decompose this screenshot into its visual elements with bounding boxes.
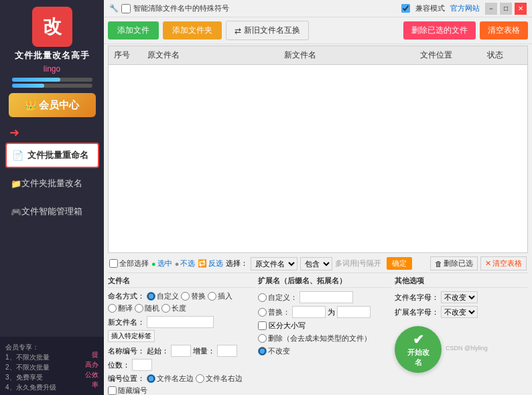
new-filename-label: 新文件名： — [108, 317, 145, 327]
naming-insert[interactable]: 插入 — [208, 291, 232, 301]
sidebar-item-batch-rename[interactable]: 📄 文件批量重命名 — [5, 143, 99, 168]
start-btn-wrap: ✔ 开始改名 CSDN @hlyling — [395, 323, 528, 373]
delete-done-sm-button[interactable]: 🗑 删除已选 — [430, 256, 478, 270]
logo-text: 改 — [43, 14, 62, 40]
topbar-right: 兼容模式 官方网站 － □ ✕ — [401, 3, 527, 15]
file-table-area[interactable]: 序号 原文件名 新文件名 文件位置 状态 — [108, 46, 528, 253]
naming-custom[interactable]: 自定义 — [147, 291, 179, 301]
insert-tag-button[interactable]: 插入特定标签 — [108, 330, 155, 342]
ext-delete-radio[interactable]: 删除（会去成未知类型的文件） — [258, 333, 371, 343]
br-1: 高办 — [85, 360, 98, 370]
delete-done-sm-label: 删除已选 — [444, 258, 473, 268]
select-all-checkbox[interactable] — [109, 259, 118, 268]
col-orig-name: 原文件名 — [145, 48, 281, 62]
ext-replace-from-input[interactable] — [292, 306, 326, 318]
select-text-label: 选择： — [226, 258, 248, 268]
naming-random[interactable]: 随机 — [135, 303, 159, 313]
arrow-icon: ➜ — [9, 125, 19, 140]
panel-filename: 文件名 命名方式： 自定义 替换 插入 翻译 随机 长度 新文件名： 插入特定标… — [108, 276, 255, 394]
select-btn[interactable]: ● 选中 — [151, 258, 172, 268]
case-label: 区分大小写 — [269, 321, 306, 331]
ext-nochange-row: 不改变 — [258, 346, 392, 356]
sidebar-item-smart-manager[interactable]: 🎮 文件智能管理箱 — [5, 199, 99, 224]
ext-char-label: 扩展名字母： — [395, 307, 439, 317]
step-label: 增量： — [193, 346, 215, 356]
clear-sm-button[interactable]: ✕ 清空表格 — [480, 256, 527, 270]
pos-label: 编号位置： — [108, 374, 145, 384]
ext-char-row: 扩展名字母： 不改变 — [395, 306, 528, 318]
start-btn-label: 开始改名 — [407, 347, 429, 368]
pos-row1: 编号位置： 文件名左边 文件名右边 随藏编号 — [108, 374, 255, 395]
pos-random[interactable]: 随藏编号 — [108, 386, 147, 395]
member-center-button[interactable]: 👑 会员中心 — [9, 93, 96, 117]
col-new-name: 新文件名 — [281, 48, 418, 62]
sidebar-item-label-smart-manager: 文件智能管理箱 — [21, 206, 82, 218]
progress-bar-2 — [12, 84, 92, 88]
swap-label: 新旧文件名互换 — [244, 25, 300, 36]
filename-char-label: 文件名字母： — [395, 293, 439, 303]
batch-rename-icon: 📄 — [12, 150, 23, 161]
col-index: 序号 — [111, 48, 145, 62]
delete-done-sm-icon: 🗑 — [435, 260, 442, 268]
naming-replace[interactable]: 替换 — [181, 291, 206, 301]
ext-delete-row: 删除（会去成未知类型的文件） — [258, 333, 392, 343]
deselect-label: 不选 — [180, 258, 195, 268]
col-status: 状态 — [484, 48, 525, 62]
serial-step-input[interactable]: 1 — [217, 345, 237, 357]
clear-sm-icon: ✕ — [485, 259, 491, 268]
filename-char-select[interactable]: 不改变 — [441, 291, 478, 303]
minimize-button[interactable]: － — [485, 3, 497, 15]
window-controls: － □ ✕ — [485, 3, 527, 15]
topbar: 🔧 智能清除文件名中的特殊符号 兼容模式 官方网站 － □ ✕ — [104, 0, 532, 17]
add-file-button[interactable]: 添加文件 — [108, 21, 159, 40]
delete-done-button[interactable]: 删除已选的文件 — [403, 21, 476, 40]
progress-bar-1 — [12, 78, 92, 82]
case-checkbox[interactable] — [258, 321, 267, 330]
new-filename-input[interactable] — [147, 316, 214, 328]
compat-checkbox[interactable] — [401, 4, 410, 13]
compat-label: 兼容模式 — [415, 3, 445, 13]
add-folder-button[interactable]: 添加文件夹 — [163, 21, 222, 40]
pos-left[interactable]: 文件名左边 — [147, 374, 194, 384]
select-label: 选中 — [157, 258, 172, 268]
invert-btn[interactable]: 🔁 反选 — [198, 258, 223, 268]
naming-translate[interactable]: 翻译 — [108, 303, 133, 313]
member-icon: 👑 — [25, 100, 36, 110]
deselect-btn[interactable]: ● 不选 — [175, 258, 196, 268]
sidebar-item-label-batch-rename: 文件批量重命名 — [27, 149, 88, 161]
new-filename-row: 新文件名： 插入特定标签 — [108, 316, 255, 342]
ext-replace-row: 普换： 为 — [258, 306, 392, 318]
smart-clean-checkbox[interactable] — [121, 4, 131, 13]
close-button[interactable]: ✕ — [515, 3, 527, 15]
serial-digits-input[interactable]: 1 — [132, 359, 152, 371]
panel-other-title: 其他选项 — [395, 276, 528, 288]
br-3: 率 — [92, 380, 98, 390]
select-all-checkbox-wrap: 全部选择 — [109, 258, 149, 268]
ext-custom-input[interactable] — [300, 291, 353, 303]
naming-length[interactable]: 长度 — [161, 303, 186, 313]
ext-char-select[interactable]: 不改变 — [441, 306, 478, 318]
ext-nochange-radio[interactable]: 不改变 — [258, 346, 290, 356]
select-contain-type[interactable]: 包含 — [300, 257, 332, 270]
serial-start-input[interactable]: 1 — [171, 345, 191, 357]
restore-button[interactable]: □ — [500, 3, 512, 15]
panel-ext-title: 扩展名（后缀名、拓展名） — [258, 276, 392, 288]
start-rename-button[interactable]: ✔ 开始改名 — [395, 326, 442, 373]
serial-row: 名称编号： 起始： 1 增量： 1 位数： 1 — [108, 345, 255, 371]
sidebar-item-label-batch-folder: 文件夹批量改名 — [21, 177, 82, 189]
pos-right[interactable]: 文件名右边 — [196, 374, 243, 384]
confirm-button[interactable]: 确定 — [387, 257, 412, 270]
official-link[interactable]: 官方网站 — [450, 3, 480, 13]
swap-button[interactable]: ⇄ 新旧文件名互换 — [226, 21, 309, 40]
clear-button[interactable]: 清空表格 — [480, 21, 528, 40]
ext-replace-to-input[interactable] — [337, 306, 371, 318]
sidebar: 改 文件批量改名高手 lingo 👑 会员中心 ➜ 📄 文件批量重命名 📁 文件… — [0, 0, 104, 395]
ext-custom-radio[interactable]: 自定义： — [258, 293, 297, 303]
bottom-panels: 全部选择 ● 选中 ● 不选 🔁 反选 选择： 原文件名 包含 多词用|号隔开 — [104, 254, 532, 395]
ext-replace-radio[interactable]: 普换： — [258, 307, 290, 317]
clear-sm-label: 清空表格 — [492, 258, 522, 268]
progress-fill-1 — [12, 78, 60, 82]
naming-label: 命名方式： — [108, 291, 145, 301]
select-filename-type[interactable]: 原文件名 — [251, 257, 297, 270]
sidebar-item-batch-folder[interactable]: 📁 文件夹批量改名 — [5, 171, 99, 196]
